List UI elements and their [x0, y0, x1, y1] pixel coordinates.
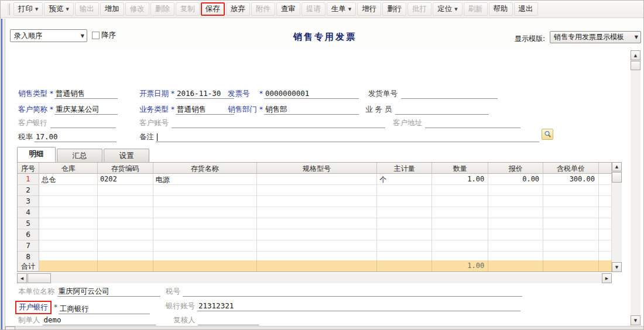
- grid-cell[interactable]: [98, 229, 153, 240]
- grid-cell[interactable]: [488, 218, 543, 229]
- scroll-down-icon[interactable]: ▼: [612, 262, 622, 272]
- grid-cell[interactable]: [377, 207, 432, 218]
- toolbar-button-preview[interactable]: 预览▼: [44, 2, 73, 16]
- grid-cell[interactable]: [257, 207, 378, 218]
- grid-cell[interactable]: [257, 229, 378, 240]
- page-hscrollbar[interactable]: [5, 326, 644, 330]
- grid-cell[interactable]: [432, 218, 488, 229]
- grid-cell[interactable]: 总仓: [39, 174, 98, 185]
- grid-cell[interactable]: [543, 240, 599, 252]
- bank-input[interactable]: 工商银行: [59, 304, 150, 314]
- tab-detail[interactable]: 明细: [17, 147, 56, 162]
- grid-cell[interactable]: [153, 207, 257, 218]
- grid-cell[interactable]: [39, 240, 98, 252]
- grid-cell[interactable]: [98, 207, 153, 218]
- grid-cell[interactable]: [599, 240, 612, 252]
- row-number[interactable]: 5: [18, 218, 39, 229]
- tab-settings[interactable]: 设置: [104, 149, 149, 162]
- business-type-input[interactable]: 普通销售: [176, 105, 234, 115]
- grid-hscrollbar[interactable]: [17, 273, 612, 283]
- grid-cell[interactable]: [377, 196, 432, 207]
- grid-cell[interactable]: [39, 229, 98, 240]
- grid-cell[interactable]: [153, 229, 257, 240]
- grid-cell[interactable]: [432, 196, 488, 207]
- customer-address-input[interactable]: [425, 118, 520, 128]
- row-number[interactable]: 6: [18, 229, 39, 240]
- row-number[interactable]: 4: [18, 207, 39, 218]
- grid-cell[interactable]: [543, 185, 599, 196]
- toolbar-button-delete[interactable]: 删除: [150, 2, 174, 16]
- sale-type-input[interactable]: 普通销售: [54, 89, 118, 99]
- tab-summary[interactable]: 汇总: [57, 149, 102, 162]
- scroll-left-icon[interactable]: ◀: [17, 273, 27, 283]
- grid-cell[interactable]: 1.00: [432, 174, 488, 185]
- grid-cell[interactable]: [599, 185, 612, 196]
- tax-no-input[interactable]: [183, 287, 522, 297]
- row-number[interactable]: 3: [18, 196, 39, 207]
- toolbar-button-submit[interactable]: 提请: [302, 2, 326, 16]
- grid-cell[interactable]: [543, 207, 599, 218]
- customer-input[interactable]: 重庆某某公司: [54, 105, 118, 115]
- grid-cell[interactable]: [432, 185, 488, 196]
- grid-cell[interactable]: 300.00: [543, 174, 599, 185]
- grid-cell[interactable]: [377, 185, 432, 196]
- grid-cell[interactable]: [39, 218, 98, 229]
- company-name-input[interactable]: 重庆阿可云公司: [57, 287, 160, 297]
- toolbar-button-copy[interactable]: 复制: [176, 2, 200, 16]
- template-select[interactable]: 销售专用发票显示模板 ▼: [550, 31, 641, 43]
- grid-cell[interactable]: [257, 185, 378, 196]
- grid-cell[interactable]: [432, 207, 488, 218]
- row-number[interactable]: 2: [18, 185, 39, 196]
- toolbar-button-modify[interactable]: 修改: [125, 2, 149, 16]
- page-vscroll-thumb[interactable]: [631, 61, 640, 70]
- grid-cell[interactable]: [98, 185, 153, 196]
- toolbar-button-save[interactable]: 保存: [201, 2, 225, 16]
- grid-cell[interactable]: [543, 218, 599, 229]
- customer-account-input[interactable]: [172, 118, 385, 128]
- row-number[interactable]: 7: [18, 240, 39, 252]
- toolbar-button-locate[interactable]: 定位▼: [433, 2, 462, 16]
- toolbar-button-exit[interactable]: 退出: [514, 2, 538, 16]
- search-button[interactable]: [542, 129, 553, 140]
- grid-cell[interactable]: [153, 185, 257, 196]
- toolbar-button-print[interactable]: 打印▼: [13, 2, 43, 16]
- grid-cell[interactable]: 0.00: [488, 174, 543, 185]
- grid-cell[interactable]: [599, 207, 612, 218]
- grid-cell[interactable]: 0202: [98, 174, 153, 185]
- creator-input[interactable]: demo: [43, 315, 156, 325]
- toolbar-button-output[interactable]: 输出: [75, 2, 99, 16]
- sales-dept-input[interactable]: 销售部: [264, 105, 359, 115]
- grid-cell[interactable]: [377, 229, 432, 240]
- grid-cell[interactable]: [488, 207, 543, 218]
- toolbar-button-review[interactable]: 查审: [276, 2, 300, 16]
- bank-account-input[interactable]: 21312321: [197, 301, 520, 311]
- toolbar-button-discard[interactable]: 放弃: [226, 2, 250, 16]
- toolbar-button-attachment[interactable]: 附件: [251, 2, 275, 16]
- tax-rate-input[interactable]: 17.00: [35, 132, 117, 142]
- invoice-date-input[interactable]: 2016-11-30: [176, 89, 234, 99]
- grid-cell[interactable]: [39, 207, 98, 218]
- grid-cell[interactable]: 电源: [153, 174, 257, 185]
- scroll-right-icon[interactable]: ▶: [602, 273, 612, 283]
- grid-cell[interactable]: [98, 240, 153, 252]
- toolbar-button-add-row[interactable]: 增行: [357, 2, 381, 16]
- remark-input[interactable]: [156, 132, 539, 142]
- grid-cell[interactable]: [488, 185, 543, 196]
- toolbar-button-refresh[interactable]: 刷新: [464, 2, 488, 16]
- grid-cell[interactable]: [599, 174, 612, 185]
- toolbar-button-add[interactable]: 增加: [100, 2, 124, 16]
- grid-cell[interactable]: [39, 185, 98, 196]
- grid-cell[interactable]: [599, 196, 612, 207]
- grid-cell[interactable]: [153, 240, 257, 252]
- grid-cell[interactable]: [599, 218, 612, 229]
- grid-cell[interactable]: [98, 196, 153, 207]
- grid-cell[interactable]: [377, 240, 432, 252]
- row-number[interactable]: 1: [18, 174, 39, 185]
- grid-cell[interactable]: [488, 240, 543, 252]
- grid-vscroll-thumb[interactable]: [612, 172, 622, 183]
- customer-bank-input[interactable]: [50, 118, 116, 128]
- grid-cell[interactable]: [98, 218, 153, 229]
- scroll-down-icon[interactable]: ▼: [631, 315, 640, 325]
- grid-cell[interactable]: [257, 174, 378, 185]
- grid-cell[interactable]: [377, 218, 432, 229]
